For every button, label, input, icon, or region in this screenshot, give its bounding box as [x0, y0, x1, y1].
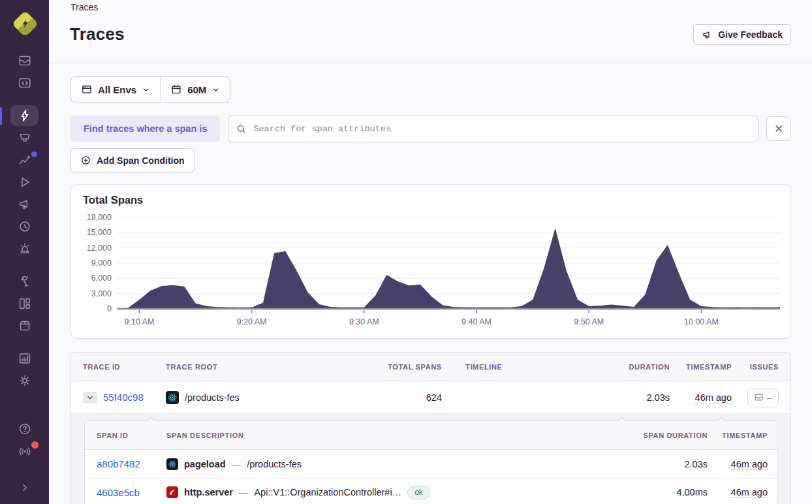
col-span-description: SPAN DESCRIPTION: [166, 432, 468, 439]
svg-text:9:10 AM: 9:10 AM: [125, 317, 155, 326]
sidebar-item-replays[interactable]: [0, 171, 49, 193]
projector-icon: [18, 131, 32, 145]
svg-text:9:50 AM: 9:50 AM: [574, 317, 604, 326]
siren-icon: [18, 242, 32, 256]
notification-dot-blue: [31, 151, 37, 157]
close-icon: [773, 123, 784, 134]
span-description: /products-fes: [247, 459, 302, 469]
sidebar-item-crons[interactable]: [0, 215, 49, 238]
trace-root-name: /products-fes: [185, 392, 240, 403]
sidebar-item-traces[interactable]: [0, 104, 49, 127]
svg-text:3,000: 3,000: [91, 289, 112, 298]
span-timestamp[interactable]: 46m ago: [731, 459, 768, 470]
svg-text:18,000: 18,000: [87, 213, 112, 222]
sidebar-item-stats[interactable]: [0, 347, 49, 370]
code-folder-icon: [18, 76, 32, 90]
sidebar-collapse-button[interactable]: [0, 477, 49, 499]
notification-dot-red: [31, 441, 39, 449]
clock-icon: [18, 219, 32, 234]
pointer-notch: [617, 417, 626, 421]
pointer-notch: [717, 417, 726, 421]
sidebar-item-explore[interactable]: [0, 72, 49, 94]
col-total-spans: TOTAL SPANS: [383, 363, 442, 371]
add-span-condition-label: Add Span Condition: [97, 155, 185, 166]
sidebar-item-whats-new[interactable]: [0, 440, 49, 462]
search-icon: [236, 123, 247, 137]
play-icon: [18, 175, 32, 189]
span-id-link[interactable]: 4603e5cb: [97, 487, 166, 498]
span-id-link[interactable]: a80b7482: [97, 458, 166, 469]
span-timestamp[interactable]: 46m ago: [731, 487, 768, 498]
sidebar-item-issues[interactable]: [0, 50, 49, 72]
broadcast-icon: [18, 444, 32, 458]
svg-text:9:30 AM: 9:30 AM: [349, 317, 379, 326]
traces-table: TRACE ID TRACE ROOT TOTAL SPANS TIMELINE…: [70, 352, 791, 504]
react-platform-icon: [166, 391, 179, 404]
col-timestamp: TIMESTAMP: [670, 363, 732, 371]
trace-timestamp[interactable]: 46m ago: [695, 392, 732, 403]
span-attributes-search-input[interactable]: [228, 116, 758, 142]
separator-dash: —: [239, 487, 249, 497]
svg-text:0: 0: [107, 304, 112, 313]
span-op: http.server: [184, 487, 233, 497]
svg-text:6,000: 6,000: [91, 274, 112, 283]
svg-text:9:20 AM: 9:20 AM: [237, 317, 267, 326]
page-title: Traces: [70, 24, 125, 44]
span-description: Api::V1::OrganizationController#i…: [254, 487, 401, 497]
flag-icon: [18, 274, 32, 289]
trace-duration: 2.03s: [610, 392, 670, 403]
add-span-condition-button[interactable]: Add Span Condition: [70, 148, 195, 172]
ruby-platform-icon: [166, 486, 178, 498]
breadcrumb[interactable]: Traces: [70, 2, 98, 12]
col-issues: ISSUES: [732, 363, 779, 371]
plus-circle-icon: [80, 155, 91, 166]
svg-text:9,000: 9,000: [91, 259, 112, 268]
sidebar-item-performance[interactable]: [0, 149, 49, 171]
sidebar: [0, 0, 49, 504]
chevron-down-icon: [86, 394, 94, 402]
sidebar-item-settings[interactable]: [0, 370, 49, 392]
chevron-right-icon: [19, 482, 31, 494]
give-feedback-button[interactable]: Give Feedback: [693, 24, 791, 45]
sidebar-item-releases[interactable]: [0, 315, 49, 337]
col-trace-root: TRACE ROOT: [166, 363, 383, 371]
collapse-trace-button[interactable]: [83, 392, 97, 403]
traces-table-header: TRACE ID TRACE ROOT TOTAL SPANS TIMELINE…: [71, 353, 790, 381]
span-duration: 2.03s: [613, 459, 708, 469]
org-avatar[interactable]: [10, 9, 39, 38]
calendar-icon: [170, 84, 182, 95]
col-span-duration: SPAN DURATION: [613, 432, 708, 439]
lightning-icon: [18, 108, 32, 123]
issues-count-dash: –: [767, 392, 772, 403]
sidebar-item-insights[interactable]: [0, 127, 49, 149]
svg-text:15,000: 15,000: [87, 228, 112, 237]
sidebar-item-feedback[interactable]: [0, 193, 49, 215]
clear-search-button[interactable]: [766, 116, 791, 141]
span-row: a80b7482 pageload — /products-fes 2.03s …: [85, 450, 777, 478]
col-span-id: SPAN ID: [97, 432, 166, 439]
issues-icon: [18, 54, 32, 68]
sidebar-item-alerts[interactable]: [0, 238, 49, 260]
chevron-down-icon: [211, 86, 220, 94]
time-range-filter-label: 60M: [187, 84, 206, 95]
bar-chart-icon: [18, 351, 32, 366]
total-spans-area-chart[interactable]: 03,0006,0009,00012,00015,00018,0009:10 A…: [83, 210, 780, 334]
environment-filter[interactable]: All Envs: [71, 77, 160, 102]
col-trace-id: TRACE ID: [83, 363, 166, 371]
time-range-filter[interactable]: 60M: [161, 77, 230, 102]
page-header: Traces Traces Give Feedback: [49, 0, 812, 63]
trace-id-link[interactable]: 55f40c98: [103, 392, 144, 403]
pointer-notch: [147, 417, 156, 421]
help-icon: [18, 422, 32, 436]
feedback-megaphone-icon: [702, 29, 713, 40]
sidebar-item-dashboards[interactable]: [0, 292, 49, 315]
svg-text:10:00 AM: 10:00 AM: [684, 317, 719, 326]
span-row: 4603e5cb http.server — Api::V1::Organiza…: [85, 478, 777, 504]
trace-row: 55f40c98 /products-fes 624 2.03s 46m ago…: [71, 381, 790, 413]
sidebar-item-help[interactable]: [0, 418, 49, 440]
trace-issues-button[interactable]: –: [747, 388, 779, 407]
span-duration: 4.00ms: [613, 487, 708, 497]
trace-expanded-area: SPAN ID SPAN DESCRIPTION SPAN DURATION T…: [71, 413, 790, 504]
chevron-down-icon: [142, 86, 150, 94]
sidebar-item-feature-flags[interactable]: [0, 270, 49, 292]
